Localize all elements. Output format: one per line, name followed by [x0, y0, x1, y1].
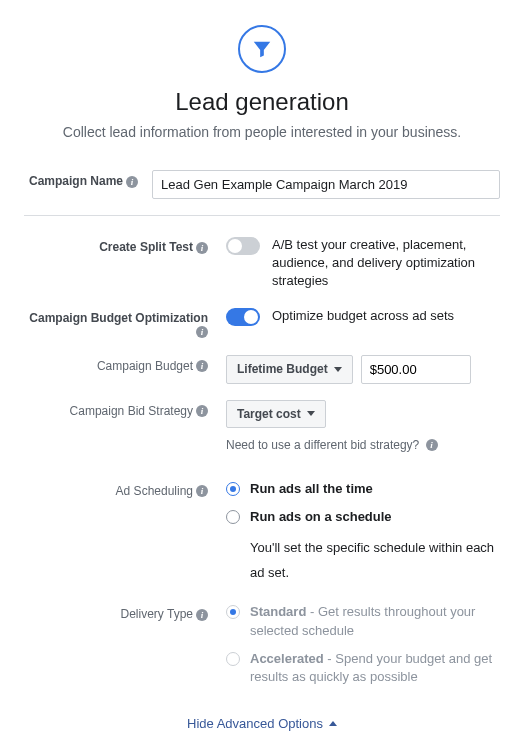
info-icon[interactable]: i: [196, 360, 208, 372]
chevron-down-icon: [307, 411, 315, 416]
hide-advanced-link[interactable]: Hide Advanced Options: [187, 716, 337, 731]
info-icon[interactable]: i: [196, 326, 208, 338]
budget-opt-label: Campaign Budget Optimizationi: [24, 307, 214, 339]
info-icon[interactable]: i: [196, 242, 208, 254]
radio-icon: [226, 605, 240, 619]
radio-icon: [226, 482, 240, 496]
delivery-option-accelerated: Accelerated - Spend your budget and get …: [226, 650, 500, 686]
campaign-name-input[interactable]: [152, 170, 500, 199]
info-icon[interactable]: i: [126, 176, 138, 188]
delivery-type-label: Delivery Typei: [24, 603, 214, 621]
ad-scheduling-label: Ad Schedulingi: [24, 480, 214, 498]
schedule-note: You'll set the specific schedule within …: [250, 536, 500, 585]
chevron-up-icon: [329, 721, 337, 726]
divider: [24, 215, 500, 216]
schedule-option-all-time[interactable]: Run ads all the time: [226, 480, 500, 498]
page-title: Lead generation: [24, 88, 500, 116]
info-icon[interactable]: i: [196, 405, 208, 417]
info-icon[interactable]: i: [196, 609, 208, 621]
split-test-desc: A/B test your creative, placement, audie…: [272, 236, 500, 291]
campaign-budget-label: Campaign Budgeti: [24, 355, 214, 373]
radio-icon: [226, 510, 240, 524]
split-test-toggle[interactable]: [226, 237, 260, 255]
radio-icon: [226, 652, 240, 666]
split-test-label: Create Split Testi: [24, 236, 214, 254]
info-icon[interactable]: i: [426, 439, 438, 451]
campaign-name-label: Campaign Namei: [24, 170, 144, 188]
page-subtitle: Collect lead information from people int…: [24, 124, 500, 140]
chevron-down-icon: [334, 367, 342, 372]
bid-helper-text: Need to use a different bid strategy? i: [226, 438, 500, 452]
budget-type-select[interactable]: Lifetime Budget: [226, 355, 353, 384]
info-icon[interactable]: i: [196, 485, 208, 497]
bid-strategy-label: Campaign Bid Strategyi: [24, 400, 214, 418]
delivery-option-standard: Standard - Get results throughout your s…: [226, 603, 500, 639]
bid-strategy-select[interactable]: Target cost: [226, 400, 326, 428]
budget-opt-desc: Optimize budget across ad sets: [272, 307, 454, 325]
objective-icon-wrap: [24, 25, 500, 73]
budget-amount-input[interactable]: [361, 355, 471, 384]
budget-opt-toggle[interactable]: [226, 308, 260, 326]
schedule-option-schedule[interactable]: Run ads on a schedule: [226, 508, 500, 526]
funnel-icon: [238, 25, 286, 73]
